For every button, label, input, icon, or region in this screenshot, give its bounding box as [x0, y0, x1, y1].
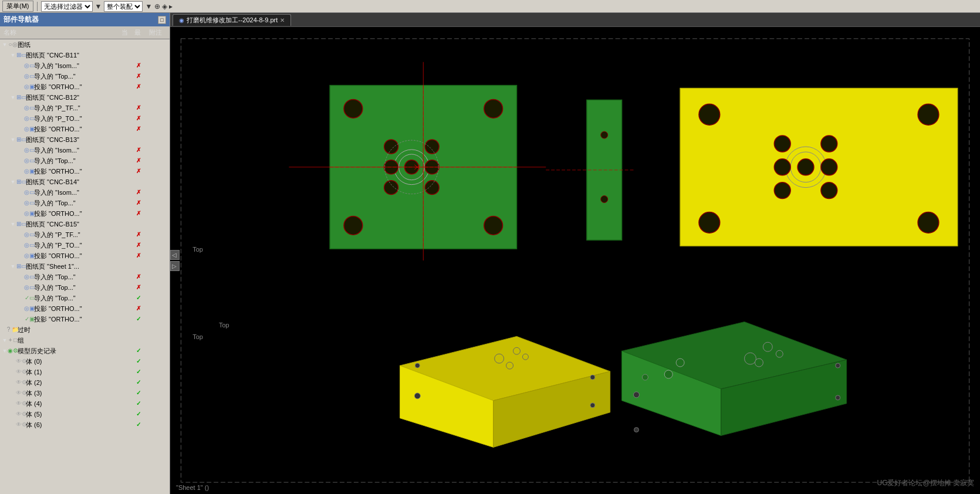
panel-title: 部件导航器 [4, 15, 39, 25]
toggle-18[interactable]: ▼ [9, 221, 16, 228]
main-layout: 部件导航器 □ 名称 当 最 附注 ▼○◎图纸▼⊞▭图纸页 "CNC-B11"◎… [0, 13, 980, 494]
tree-item-10[interactable]: ▼⊞▭图纸页 "CNC-B13" [0, 134, 170, 145]
item-icon-18: ⊞▭ [16, 220, 26, 228]
svg-text:Top: Top [192, 333, 203, 340]
item-label-5: 投影 "ORTHO..." [34, 82, 119, 92]
tree-item-18[interactable]: ▼⊞▭图纸页 "CNC-B15" [0, 219, 170, 229]
item-label-34: 体 (3) [26, 388, 119, 398]
edge-tab-1[interactable]: ◁ [170, 250, 180, 260]
item-icon-24: ◎▭ [25, 283, 34, 292]
col-note-header[interactable]: 附注 [144, 28, 167, 38]
tree-item-11[interactable]: ◎▭导入的 "Isom..."✗ [0, 145, 170, 155]
item-icon-16: ◎▭ [25, 199, 34, 207]
item-icon-26: ◎▣ [25, 304, 34, 313]
column-header: 名称 当 最 附注 [0, 26, 170, 39]
col-current-header[interactable]: 当 [118, 28, 131, 38]
svg-text:Top: Top [192, 246, 203, 253]
item-icon-35: 👁⚙ [16, 400, 26, 408]
tab-bar: ◉ 打磨机维修改加工--2024-8-9.prt ✕ [170, 13, 980, 27]
item-label-24: 导入的 "Top..." [34, 283, 119, 292]
tree-item-14[interactable]: ▼⊞▭图纸页 "CNC-B14" [0, 177, 170, 187]
tree-item-5[interactable]: ◎▣投影 "ORTHO..."✗ [0, 82, 170, 92]
tree-item-35[interactable]: 👁⚙体 (4)✓ [0, 398, 170, 409]
tree-item-27[interactable]: ✓▣投影 "ORTHO..."✓ [0, 314, 170, 324]
tree-item-28[interactable]: ? 📁过时 [0, 324, 170, 335]
item-label-27: 投影 "ORTHO..." [34, 314, 119, 324]
toggle-1[interactable]: ▼ [1, 41, 8, 48]
tree-item-36[interactable]: 👁⚙体 (5)✓ [0, 409, 170, 419]
toggle-6[interactable]: ▼ [9, 94, 16, 101]
toggle-29[interactable]: ▼ [1, 337, 8, 344]
tree-item-29[interactable]: ▼+ □组 [0, 335, 170, 346]
filter-select[interactable]: 无选择过滤器 [41, 1, 93, 12]
tree-item-26[interactable]: ◎▣投影 "ORTHO..."✗ [0, 303, 170, 314]
item-icon-21: ◎▣ [25, 252, 34, 260]
col-name-header[interactable]: 名称 [2, 28, 118, 38]
col-latest-header[interactable]: 最 [131, 28, 144, 38]
svg-point-46 [415, 363, 420, 368]
item-icon-8: ◎▭ [25, 114, 34, 123]
svg-point-58 [664, 370, 673, 378]
tree-item-8[interactable]: ◎▭导入的 "P_TO..."✗ [0, 113, 170, 124]
edge-tab-2[interactable]: ▷ [170, 261, 180, 271]
tree-item-24[interactable]: ◎▭导入的 "Top..."✗ [0, 282, 170, 293]
tree-item-32[interactable]: 👁⚙体 (1)✓ [0, 367, 170, 377]
tree-item-4[interactable]: ◎▭导入的 "Top..."✗ [0, 71, 170, 82]
item-icon-19: ◎▭ [25, 231, 34, 239]
item-latest-30: ✓ [132, 346, 145, 356]
toggle-27[interactable] [18, 316, 25, 323]
tree-item-30[interactable]: ▼◉⚙模型历史记录✓ [0, 346, 170, 356]
tree-item-19[interactable]: ◎▭导入的 "P_TF..."✗ [0, 229, 170, 240]
menu-button[interactable]: 菜单(M) [2, 1, 33, 12]
tree-item-1[interactable]: ▼○◎图纸 [0, 39, 170, 50]
tree-container[interactable]: ▼○◎图纸▼⊞▭图纸页 "CNC-B11"◎▭导入的 "Isom..."✗◎▭导… [0, 39, 170, 494]
tree-item-20[interactable]: ◎▭导入的 "P_TO..."✗ [0, 240, 170, 251]
maximize-button[interactable]: □ [158, 16, 166, 24]
svg-point-59 [676, 358, 684, 367]
tree-item-6[interactable]: ▼⊞▭图纸页 "CNC-B12" [0, 92, 170, 103]
item-latest-8: ✗ [132, 114, 145, 123]
toggle-22[interactable]: ▼ [9, 263, 16, 270]
tree-item-3[interactable]: ◎▭导入的 "Isom..."✗ [0, 60, 170, 71]
svg-point-51 [506, 362, 513, 369]
item-label-7: 导入的 "P_TF..." [34, 103, 119, 113]
toggle-25[interactable] [18, 295, 25, 302]
assembly-select[interactable]: 整个装配 [104, 1, 143, 12]
tree-item-9[interactable]: ◎▣投影 "ORTHO..."✗ [0, 124, 170, 134]
tree-item-12[interactable]: ◎▭导入的 "Top..."✗ [0, 155, 170, 166]
tree-item-34[interactable]: 👁⚙体 (3)✓ [0, 388, 170, 398]
item-icon-30: ◉⚙ [8, 347, 18, 355]
item-label-33: 体 (2) [26, 378, 119, 387]
tab-close-button[interactable]: ✕ [280, 17, 285, 23]
tree-item-16[interactable]: ◎▭导入的 "Top..."✗ [0, 198, 170, 208]
item-label-14: 图纸页 "CNC-B14" [26, 177, 119, 187]
toggle-14[interactable]: ▼ [9, 178, 16, 185]
tree-item-2[interactable]: ▼⊞▭图纸页 "CNC-B11" [0, 50, 170, 60]
tree-item-37[interactable]: 👁⚙体 (6)✓ [0, 419, 170, 430]
item-icon-31: 👁⚙ [16, 357, 26, 366]
item-label-9: 投影 "ORTHO..." [34, 124, 119, 134]
cad-viewport: ◉ 打磨机维修改加工--2024-8-9.prt ✕ ◁ ▷ [170, 13, 980, 494]
item-label-6: 图纸页 "CNC-B12" [26, 93, 119, 102]
svg-rect-28 [680, 88, 958, 246]
tree-item-33[interactable]: 👁⚙体 (2)✓ [0, 377, 170, 388]
svg-point-65 [634, 392, 640, 398]
tree-item-22[interactable]: ▼⊞▭图纸页 "Sheet 1"... [0, 261, 170, 272]
tree-item-13[interactable]: ◎▣投影 "ORTHO..."✗ [0, 166, 170, 177]
tree-item-15[interactable]: ◎▭导入的 "Isom..."✗ [0, 187, 170, 198]
svg-point-38 [774, 182, 790, 199]
item-icon-4: ◎▭ [25, 72, 34, 80]
toggle-10[interactable]: ▼ [9, 136, 16, 143]
tree-item-31[interactable]: 👁⚙体 (0)✓ [0, 356, 170, 367]
item-icon-5: ◎▣ [25, 83, 34, 91]
item-label-13: 投影 "ORTHO..." [34, 167, 119, 176]
tree-item-25[interactable]: ✓▭导入的 "Top..."✓ [0, 293, 170, 303]
tree-item-17[interactable]: ◎▣投影 "ORTHO..."✗ [0, 208, 170, 219]
tree-item-21[interactable]: ◎▣投影 "ORTHO..."✗ [0, 251, 170, 261]
tree-item-23[interactable]: ◎▭导入的 "Top..."✗ [0, 272, 170, 282]
toggle-2[interactable]: ▼ [9, 52, 16, 59]
svg-point-3 [344, 99, 363, 118]
active-tab[interactable]: ◉ 打磨机维修改加工--2024-8-9.prt ✕ [173, 14, 291, 26]
tree-item-7[interactable]: ◎▭导入的 "P_TF..."✗ [0, 103, 170, 113]
item-icon-25: ✓▭ [25, 294, 34, 302]
